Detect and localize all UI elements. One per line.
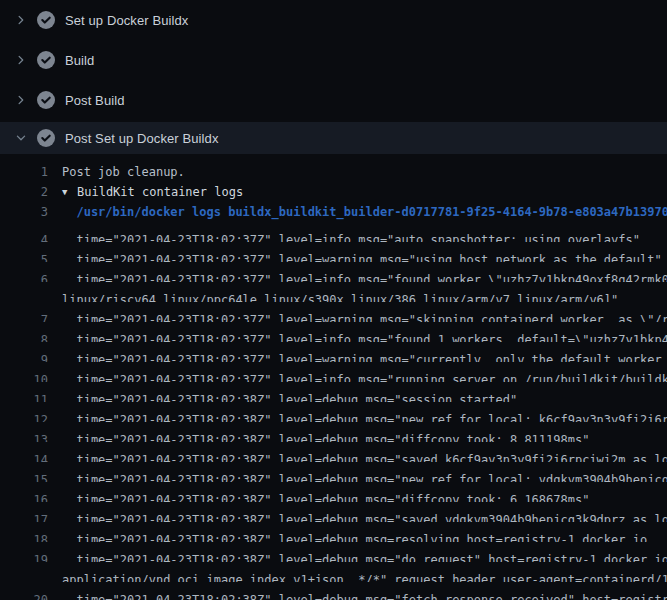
log-line: 18 time="2021-04-23T18:02:38Z" level=deb… (0, 522, 667, 542)
check-circle-icon (37, 129, 55, 147)
check-circle-icon (37, 51, 55, 69)
log-line-text: time="2021-04-23T18:02:38Z" level=debug … (48, 430, 667, 442)
log-line-text: /usr/bin/docker logs buildx_buildkit_bui… (48, 202, 667, 222)
log-line: 2 ▼BuildKit container logs (0, 182, 667, 202)
log-line-number[interactable]: 12 (0, 410, 48, 422)
chevron-right-icon (14, 93, 28, 107)
steps-list: Set up Docker Buildx Build Post Buil (0, 0, 667, 154)
log-line: 10 time="2021-04-23T18:02:37Z" level=inf… (0, 362, 667, 382)
step-label: Set up Docker Buildx (65, 13, 188, 28)
log-line: application/vnd.oci.image.index.v1+json,… (0, 562, 667, 582)
log-line-number[interactable]: 13 (0, 430, 48, 442)
log-line: 14 time="2021-04-23T18:02:38Z" level=deb… (0, 442, 667, 462)
log-line-text: time="2021-04-23T18:02:37Z" level=warnin… (48, 250, 667, 262)
log-line: 19 time="2021-04-23T18:02:38Z" level=deb… (0, 542, 667, 562)
log-line-number[interactable]: 1 (0, 162, 48, 182)
log-line-number[interactable]: 6 (0, 270, 48, 282)
log-line-text: time="2021-04-23T18:02:37Z" level=info m… (48, 270, 667, 282)
log-line-text: time="2021-04-23T18:02:37Z" level=warnin… (48, 310, 667, 322)
log-line: linux/riscv64 linux/ppc64le linux/s390x … (0, 282, 667, 302)
log-line: 4 time="2021-04-23T18:02:37Z" level=info… (0, 222, 667, 242)
log-line: 11 time="2021-04-23T18:02:38Z" level=deb… (0, 382, 667, 402)
step-label: Post Set up Docker Buildx (65, 131, 219, 146)
log-line-number[interactable]: 5 (0, 250, 48, 262)
group-caret-icon: ▼ (62, 182, 77, 202)
log-line-number[interactable]: 15 (0, 470, 48, 482)
log-line-text: time="2021-04-23T18:02:37Z" level=warnin… (48, 350, 667, 362)
check-circle-icon (37, 11, 55, 29)
log-line-number[interactable]: 11 (0, 390, 48, 402)
log-line-number[interactable] (0, 570, 48, 582)
log-line: 12 time="2021-04-23T18:02:38Z" level=deb… (0, 402, 667, 422)
log-line-number[interactable]: 19 (0, 550, 48, 562)
log-line-text[interactable]: ▼BuildKit container logs (48, 182, 667, 202)
log-line-number[interactable]: 20 (0, 590, 48, 600)
check-circle-icon (37, 91, 55, 109)
log-line: 20 time="2021-04-23T18:02:38Z" level=deb… (0, 582, 667, 600)
log-line: 15 time="2021-04-23T18:02:38Z" level=deb… (0, 462, 667, 482)
step-label: Build (65, 53, 94, 68)
log-line: 7 time="2021-04-23T18:02:37Z" level=warn… (0, 302, 667, 322)
log-line-number[interactable]: 8 (0, 330, 48, 342)
log-line-number[interactable] (0, 290, 48, 302)
log-line-number[interactable]: 3 (0, 202, 48, 222)
log-line-number[interactable]: 14 (0, 450, 48, 462)
step-row-post-set-up-docker-buildx[interactable]: Post Set up Docker Buildx (0, 122, 667, 154)
step-label: Post Build (65, 93, 125, 108)
step-row-set-up-docker-buildx[interactable]: Set up Docker Buildx (0, 0, 667, 40)
log-line-text: time="2021-04-23T18:02:38Z" level=debug … (48, 550, 667, 562)
log-line-text: application/vnd.oci.image.index.v1+json,… (48, 570, 667, 582)
log-line-text: time="2021-04-23T18:02:38Z" level=debug … (48, 390, 667, 402)
log-console: 1 Post job cleanup. 2 ▼BuildKit containe… (0, 154, 667, 600)
actions-log-viewer: Set up Docker Buildx Build Post Buil (0, 0, 667, 600)
log-line: 5 time="2021-04-23T18:02:37Z" level=warn… (0, 242, 667, 262)
log-line: 1 Post job cleanup. (0, 162, 667, 182)
chevron-right-icon (14, 13, 28, 27)
chevron-down-icon (14, 131, 28, 145)
step-row-post-build[interactable]: Post Build (0, 80, 667, 120)
log-line-number[interactable]: 7 (0, 310, 48, 322)
log-line-number[interactable]: 18 (0, 530, 48, 542)
log-line: 13 time="2021-04-23T18:02:38Z" level=deb… (0, 422, 667, 442)
log-line-number[interactable]: 16 (0, 490, 48, 502)
log-line-text: time="2021-04-23T18:02:38Z" level=debug … (48, 470, 667, 482)
log-line-text: time="2021-04-23T18:02:38Z" level=debug … (48, 590, 667, 600)
log-line-text: time="2021-04-23T18:02:38Z" level=debug … (48, 410, 667, 422)
log-line-text: time="2021-04-23T18:02:37Z" level=info m… (48, 370, 667, 382)
log-line-text: Post job cleanup. (48, 162, 667, 182)
chevron-right-icon (14, 53, 28, 67)
log-line-number[interactable]: 2 (0, 182, 48, 202)
log-line: 8 time="2021-04-23T18:02:37Z" level=info… (0, 322, 667, 342)
log-line-text: time="2021-04-23T18:02:38Z" level=debug … (48, 510, 667, 522)
log-line-text: time="2021-04-23T18:02:37Z" level=info m… (48, 330, 667, 342)
log-line-text: linux/riscv64 linux/ppc64le linux/s390x … (48, 290, 667, 302)
log-line: 3 /usr/bin/docker logs buildx_buildkit_b… (0, 202, 667, 222)
log-line: 9 time="2021-04-23T18:02:37Z" level=warn… (0, 342, 667, 362)
log-line: 6 time="2021-04-23T18:02:37Z" level=info… (0, 262, 667, 282)
log-line-text: time="2021-04-23T18:02:38Z" level=debug … (48, 450, 667, 462)
log-line: 16 time="2021-04-23T18:02:38Z" level=deb… (0, 482, 667, 502)
log-line-number[interactable]: 17 (0, 510, 48, 522)
log-line-text: time="2021-04-23T18:02:38Z" level=debug … (48, 490, 667, 502)
log-line-number[interactable]: 4 (0, 230, 48, 242)
log-line-text: time="2021-04-23T18:02:37Z" level=info m… (48, 230, 667, 242)
log-line-text: time="2021-04-23T18:02:38Z" level=debug … (48, 530, 667, 542)
log-line: 17 time="2021-04-23T18:02:38Z" level=deb… (0, 502, 667, 522)
log-line-number[interactable]: 10 (0, 370, 48, 382)
step-row-build[interactable]: Build (0, 40, 667, 80)
log-line-number[interactable]: 9 (0, 350, 48, 362)
